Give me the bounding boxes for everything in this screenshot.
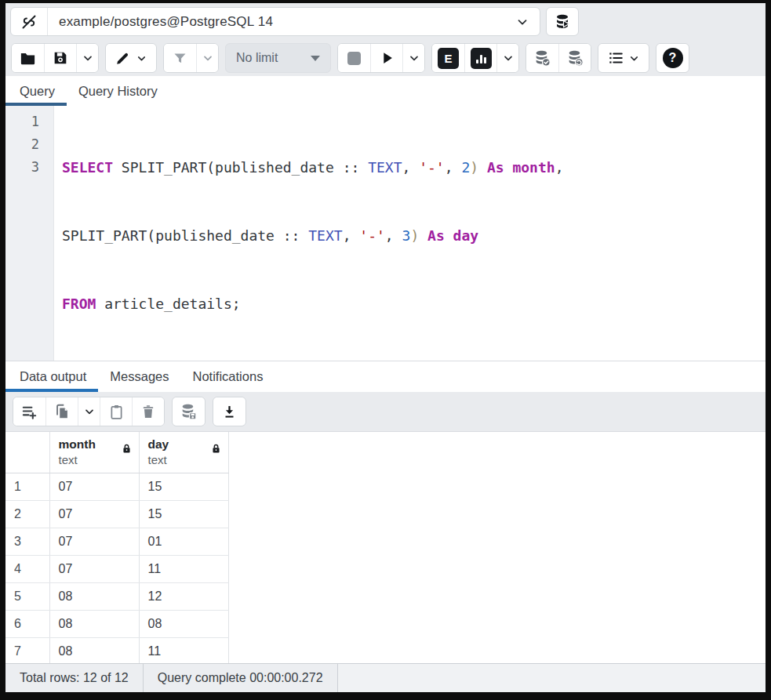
dropdown-triangle-icon <box>311 56 320 61</box>
explain-options-button[interactable] <box>496 44 518 72</box>
cell-month[interactable]: 08 <box>49 583 139 611</box>
row-number[interactable]: 4 <box>5 556 49 583</box>
tab-query-label: Query <box>20 84 55 99</box>
tab-query-history[interactable]: Query History <box>67 76 169 106</box>
tab-query[interactable]: Query <box>5 76 67 106</box>
cell-day[interactable]: 15 <box>139 473 228 501</box>
cell-day[interactable]: 01 <box>139 528 228 556</box>
download-results-button[interactable] <box>213 397 245 426</box>
column-header-day[interactable]: day text <box>139 432 228 473</box>
cell-month[interactable]: 08 <box>49 638 139 664</box>
tab-data-output-label: Data output <box>20 369 86 384</box>
chevron-down-icon <box>202 52 214 64</box>
column-header-month[interactable]: month text <box>49 432 139 473</box>
query-tool-window: example/postgres@PostgreSQL 14 <box>0 0 771 700</box>
table-row: 30701 <box>5 528 228 556</box>
edit-group <box>105 43 157 73</box>
connection-label: example/postgres@PostgreSQL 14 <box>48 14 505 30</box>
copy-options-button[interactable] <box>78 397 100 426</box>
tab-messages[interactable]: Messages <box>98 361 180 392</box>
save-file-button[interactable] <box>44 44 76 72</box>
query-complete-status: Query complete 00:00:00.272 <box>144 664 338 692</box>
line-number: 1 <box>5 111 39 133</box>
help-icon: ? <box>663 48 683 68</box>
table-row: 20715 <box>5 501 228 528</box>
macros-button[interactable] <box>598 44 649 72</box>
database-new-icon <box>553 13 572 31</box>
rollback-button[interactable] <box>558 44 591 72</box>
row-number[interactable]: 5 <box>5 583 49 611</box>
explain-icon: E <box>438 48 459 69</box>
sql-editor[interactable]: 1 2 3 SELECT SPLIT_PART(published_date :… <box>5 106 766 361</box>
cell-day[interactable]: 11 <box>139 638 228 664</box>
new-connection-button[interactable] <box>546 7 579 36</box>
cell-month[interactable]: 07 <box>49 528 139 556</box>
cell-month[interactable]: 08 <box>49 611 139 638</box>
line-number: 3 <box>5 156 39 179</box>
lock-icon <box>121 443 133 455</box>
row-limit-select[interactable]: No limit <box>225 43 331 73</box>
connection-select[interactable]: example/postgres@PostgreSQL 14 <box>10 7 540 36</box>
download-group <box>213 397 246 426</box>
add-row-button[interactable] <box>13 397 45 426</box>
save-data-changes-button[interactable] <box>173 397 205 426</box>
cell-day[interactable]: 08 <box>139 611 228 638</box>
editor-tab-bar: Query Query History <box>5 76 766 106</box>
row-number[interactable]: 6 <box>5 611 49 638</box>
copy-button[interactable] <box>45 397 78 426</box>
play-icon <box>378 49 395 67</box>
delete-row-button[interactable] <box>132 397 164 426</box>
help-button[interactable]: ? <box>656 44 689 72</box>
cell-day[interactable]: 12 <box>139 583 228 611</box>
filter-button[interactable] <box>164 44 196 72</box>
row-number[interactable]: 2 <box>5 501 49 528</box>
output-tab-bar: Data output Messages Notifications <box>5 361 766 392</box>
filter-funnel-icon <box>172 50 188 67</box>
cell-day[interactable]: 15 <box>139 501 228 528</box>
filter-options-button[interactable] <box>196 44 218 72</box>
commit-button[interactable] <box>526 44 558 72</box>
line-number-gutter: 1 2 3 <box>5 106 54 361</box>
edit-menu-button[interactable] <box>106 44 156 72</box>
cell-month[interactable]: 07 <box>49 501 139 528</box>
tab-data-output[interactable]: Data output <box>5 361 98 392</box>
execute-options-button[interactable] <box>402 44 424 72</box>
grid-corner-cell[interactable] <box>5 432 49 473</box>
cell-month[interactable]: 07 <box>49 556 139 583</box>
cell-month[interactable]: 07 <box>49 473 139 501</box>
clipboard-icon <box>108 404 125 420</box>
table-row: 60808 <box>5 611 228 638</box>
stop-icon <box>347 52 361 65</box>
tab-messages-label: Messages <box>110 369 169 384</box>
execute-query-button[interactable] <box>370 44 402 72</box>
row-number[interactable]: 3 <box>5 528 49 556</box>
explain-button[interactable]: E <box>432 44 464 72</box>
trash-icon <box>140 404 156 419</box>
connection-bar: example/postgres@PostgreSQL 14 <box>5 3 766 40</box>
column-type: text <box>59 452 131 468</box>
sql-line: SELECT SPLIT_PART(published_date :: TEXT… <box>62 156 766 179</box>
cancel-query-button[interactable] <box>338 44 370 72</box>
explain-analyze-button[interactable] <box>464 44 496 72</box>
table-row: 50812 <box>5 583 228 611</box>
execute-group <box>337 43 425 73</box>
tab-notifications[interactable]: Notifications <box>181 361 275 392</box>
filter-group <box>163 43 219 73</box>
chevron-down-icon <box>408 52 420 64</box>
cell-day[interactable]: 11 <box>139 556 228 583</box>
transaction-group <box>526 43 591 73</box>
save-options-button[interactable] <box>76 44 98 72</box>
row-limit-value: No limit <box>236 51 278 65</box>
row-number[interactable]: 1 <box>5 473 49 501</box>
file-group <box>11 43 99 73</box>
connection-plug-icon <box>11 8 48 35</box>
lock-icon <box>210 443 222 455</box>
total-rows-status: Total rows: 12 of 12 <box>5 664 144 692</box>
macros-group <box>598 43 649 73</box>
pencil-icon <box>115 50 131 67</box>
sql-code[interactable]: SELECT SPLIT_PART(published_date :: TEXT… <box>54 106 766 361</box>
paste-button[interactable] <box>100 397 132 426</box>
row-number[interactable]: 7 <box>5 638 49 664</box>
open-file-button[interactable] <box>12 44 44 72</box>
results-toolbar <box>5 392 766 431</box>
